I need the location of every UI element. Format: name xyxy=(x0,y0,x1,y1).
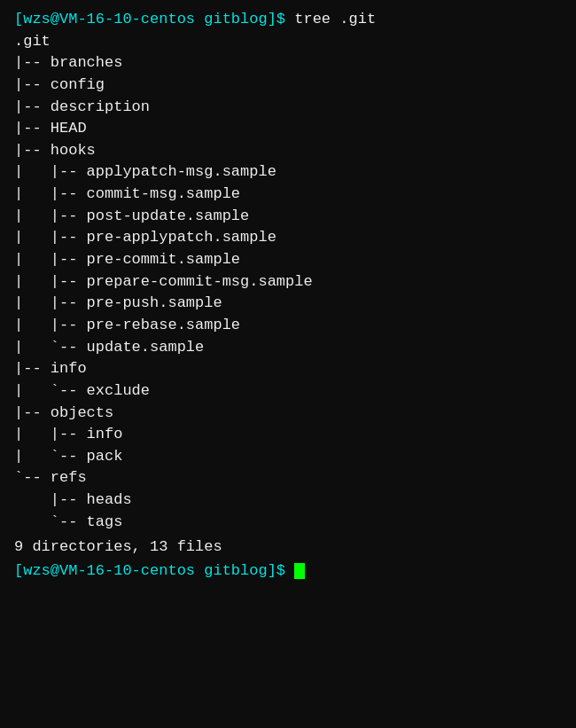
tree-line: | |-- commit-msg.sample xyxy=(14,184,562,206)
tree-line: |-- HEAD xyxy=(14,118,562,140)
tree-line: |-- heads xyxy=(14,489,562,512)
tree-line: `-- refs xyxy=(14,467,562,489)
tree-line: |-- objects xyxy=(14,403,562,425)
prompt-line-1: [wzs@VM-16-10-centos gitblog]$ tree .git xyxy=(14,9,562,31)
tree-line: | |-- pre-rebase.sample xyxy=(14,315,562,337)
tree-line: | |-- pre-push.sample xyxy=(14,293,562,315)
summary-line: 9 directories, 13 files xyxy=(14,536,562,559)
prompt-user-1: [wzs@VM-16-10-centos gitblog]$ xyxy=(14,11,285,27)
tree-line: | |-- info xyxy=(14,424,562,446)
tree-line: | `-- pack xyxy=(14,446,562,468)
tree-line: | |-- pre-commit.sample xyxy=(14,249,562,271)
tree-line: | `-- update.sample xyxy=(14,337,562,359)
prompt-line-2: [wzs@VM-16-10-centos gitblog]$ xyxy=(14,560,562,583)
prompt-cmd-1: tree .git xyxy=(285,11,376,27)
tree-line: |-- info xyxy=(14,358,562,380)
tree-line: |-- hooks xyxy=(14,140,562,162)
tree-line: | |-- prepare-commit-msg.sample xyxy=(14,271,562,294)
prompt-user-2: [wzs@VM-16-10-centos gitblog]$ xyxy=(14,562,285,579)
cursor xyxy=(294,563,305,579)
tree-line: .git xyxy=(14,31,562,53)
tree-line: |-- description xyxy=(14,97,562,119)
tree-line: | |-- post-update.sample xyxy=(14,206,562,228)
tree-line: | |-- pre-applypatch.sample xyxy=(14,227,562,249)
tree-line: `-- tags xyxy=(14,512,562,534)
tree-line: |-- config xyxy=(14,74,562,97)
tree-line: |-- branches xyxy=(14,52,562,74)
terminal: [wzs@VM-16-10-centos gitblog]$ tree .git… xyxy=(14,9,562,583)
tree-line: | |-- applypatch-msg.sample xyxy=(14,161,562,184)
tree-output: .git|-- branches|-- config|-- descriptio… xyxy=(14,31,562,534)
tree-line: | `-- exclude xyxy=(14,380,562,403)
